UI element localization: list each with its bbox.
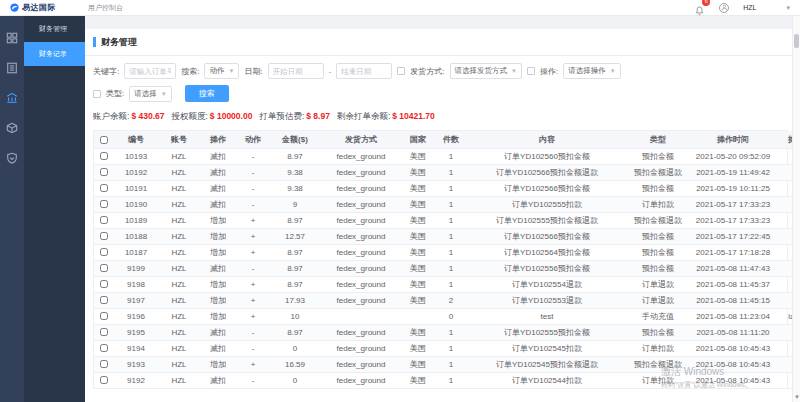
table-cell: 1 bbox=[434, 148, 468, 164]
vertical-scrollbar[interactable]: ▼ bbox=[792, 16, 800, 402]
row-checkbox[interactable] bbox=[100, 248, 108, 256]
table-cell: 减扣 bbox=[200, 148, 236, 164]
table-cell: 2021-05-08 11:23:04 bbox=[690, 308, 776, 324]
table-header-cell: 编号 bbox=[114, 131, 158, 148]
select-all-checkbox[interactable] bbox=[100, 136, 108, 144]
summary-label: 剩余打单余额: bbox=[337, 111, 390, 121]
sidebar-item-finance-records[interactable]: 财务记录 bbox=[24, 42, 85, 66]
row-checkbox[interactable] bbox=[100, 168, 108, 176]
row-checkbox[interactable] bbox=[100, 328, 108, 336]
table-cell: HZL bbox=[158, 180, 200, 196]
row-checkbox[interactable] bbox=[100, 376, 108, 384]
table-cell: 1 bbox=[434, 164, 468, 180]
table-cell: 1 bbox=[434, 276, 468, 292]
row-checkbox[interactable] bbox=[100, 152, 108, 160]
username[interactable]: HZL bbox=[743, 4, 756, 11]
table-cell: 2 bbox=[434, 292, 468, 308]
date-label: 日期: bbox=[244, 66, 262, 77]
table-cell: 1 bbox=[434, 244, 468, 260]
type-select[interactable]: 请选择▼ bbox=[129, 86, 171, 102]
table-cell: 订单扣款 bbox=[626, 196, 690, 212]
table-cell: 1 bbox=[434, 180, 468, 196]
table-cell: 9.38 bbox=[270, 164, 320, 180]
table-cell: HZL bbox=[158, 164, 200, 180]
table-cell: 2021-05-17 17:33:23 bbox=[690, 212, 776, 228]
row-checkbox[interactable] bbox=[100, 264, 108, 272]
dashboard-icon[interactable] bbox=[6, 30, 18, 42]
table-cell: + bbox=[236, 212, 270, 228]
table-cell: 订单YD102555预扣金额退款 bbox=[468, 212, 626, 228]
table-row: 10190HZL减扣-9fedex_ground美国1订单YD102555扣款订… bbox=[94, 196, 800, 212]
table-cell: 预扣金额 bbox=[626, 244, 690, 260]
scrollbar-thumb[interactable] bbox=[794, 34, 799, 48]
sidebar-item-finance-management[interactable]: 财务管理 bbox=[24, 16, 85, 42]
table-row: 9196HZL增加+100test手动充值2021-05-08 11:23:04… bbox=[94, 308, 800, 324]
records-table: 编号账号操作动作金额($)发货方式国家件数内容类型操作时间操作人 10193HZ… bbox=[94, 131, 800, 389]
shipping-select[interactable]: 请选择发货方式▼ bbox=[450, 63, 522, 79]
table-cell: + bbox=[236, 308, 270, 324]
user-avatar-icon[interactable] bbox=[719, 3, 729, 13]
chevron-down-icon[interactable]: ▾ bbox=[786, 4, 790, 12]
console-label: 用户控制台 bbox=[88, 3, 123, 13]
table-cell: 1 bbox=[434, 356, 468, 372]
table-cell: 订单退款 bbox=[626, 276, 690, 292]
app-logo[interactable]: 易达国际 bbox=[10, 2, 56, 13]
shipping-filter-checkbox[interactable] bbox=[397, 67, 405, 75]
row-checkbox[interactable] bbox=[100, 360, 108, 368]
operation-select[interactable]: 请选择操作▼ bbox=[563, 63, 620, 79]
row-checkbox[interactable] bbox=[100, 280, 108, 288]
table-cell: HZL bbox=[158, 372, 200, 388]
row-checkbox[interactable] bbox=[100, 216, 108, 224]
table-cell: HZL bbox=[158, 228, 200, 244]
orders-icon[interactable] bbox=[6, 60, 18, 72]
action-select[interactable]: 动作▼ bbox=[204, 63, 239, 79]
table-row: 10193HZL减扣-8.97fedex_ground美国1订单YD102560… bbox=[94, 148, 800, 164]
table-cell: - bbox=[236, 196, 270, 212]
table-cell: 增加 bbox=[200, 292, 236, 308]
table-cell: 2021-05-20 09:52:09 bbox=[690, 148, 776, 164]
table-cell: 增加 bbox=[200, 228, 236, 244]
search-button[interactable]: 搜索 bbox=[185, 85, 229, 102]
table-cell bbox=[320, 308, 402, 324]
icon-rail-sidebar bbox=[0, 16, 24, 402]
table-cell: + bbox=[236, 356, 270, 372]
row-checkbox[interactable] bbox=[100, 296, 108, 304]
table-cell bbox=[94, 148, 114, 164]
table-cell: 订单YD102566预扣金额退款 bbox=[468, 164, 626, 180]
row-checkbox[interactable] bbox=[100, 184, 108, 192]
chevron-down-icon: ▼ bbox=[610, 68, 616, 74]
type-filter-checkbox[interactable] bbox=[93, 90, 101, 98]
table-cell: 9195 bbox=[114, 324, 158, 340]
row-checkbox[interactable] bbox=[100, 344, 108, 352]
table-cell: 16.59 bbox=[270, 356, 320, 372]
table-cell: - bbox=[236, 164, 270, 180]
table-cell: 8.97 bbox=[270, 276, 320, 292]
page-title: 财务管理 bbox=[101, 36, 137, 49]
row-checkbox[interactable] bbox=[100, 200, 108, 208]
operation-filter-checkbox[interactable] bbox=[527, 67, 535, 75]
table-cell: 9 bbox=[270, 196, 320, 212]
table-cell: 8.97 bbox=[270, 148, 320, 164]
table-cell: 9193 bbox=[114, 356, 158, 372]
table-cell bbox=[94, 292, 114, 308]
keyword-input[interactable] bbox=[124, 63, 176, 79]
table-header-cell: 国家 bbox=[402, 131, 434, 148]
row-checkbox[interactable] bbox=[100, 312, 108, 320]
table-cell: 订单YD102560预扣金额 bbox=[468, 148, 626, 164]
table-cell: 增加 bbox=[200, 212, 236, 228]
table-body: 10193HZL减扣-8.97fedex_ground美国1订单YD102560… bbox=[94, 148, 800, 388]
table-cell: fedex_ground bbox=[320, 324, 402, 340]
search-by-label: 搜索: bbox=[181, 66, 199, 77]
products-icon[interactable] bbox=[6, 120, 18, 132]
table-header-row: 编号账号操作动作金额($)发货方式国家件数内容类型操作时间操作人 bbox=[94, 131, 800, 148]
date-start-input[interactable] bbox=[268, 63, 324, 79]
table-cell: 减扣 bbox=[200, 164, 236, 180]
table-cell: 2021-05-08 10:45:43 bbox=[690, 340, 776, 356]
table-cell: fedex_ground bbox=[320, 244, 402, 260]
date-end-input[interactable] bbox=[336, 63, 392, 79]
scrollbar-down-arrow[interactable]: ▼ bbox=[793, 394, 800, 400]
row-checkbox[interactable] bbox=[100, 232, 108, 240]
security-icon[interactable] bbox=[6, 150, 18, 162]
finance-icon[interactable] bbox=[6, 90, 18, 102]
bell-icon[interactable]: 6 bbox=[694, 2, 705, 13]
